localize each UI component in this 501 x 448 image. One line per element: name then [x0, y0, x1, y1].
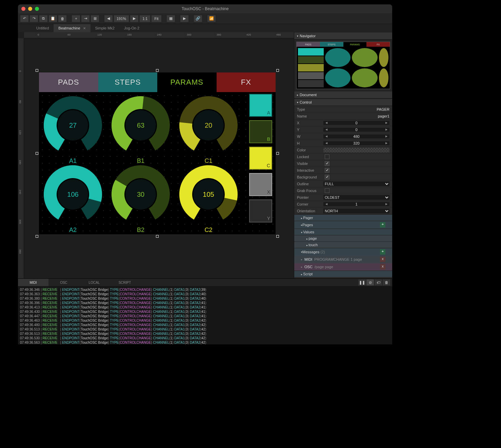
message-osc-row[interactable]: OSC/page pagex: [294, 263, 392, 271]
log-filter-button[interactable]: 🏷: [375, 279, 382, 285]
control-section-header[interactable]: Control: [294, 99, 392, 106]
delete-message-button[interactable]: x: [380, 257, 385, 262]
resize-handle[interactable]: [36, 235, 38, 238]
side-button-c[interactable]: C: [249, 147, 272, 170]
doc-tab-simplemk2[interactable]: Simple Mk2: [91, 24, 119, 32]
redo-button[interactable]: ↷: [29, 15, 38, 22]
link-button[interactable]: 🔗: [194, 15, 202, 22]
delete-message-button[interactable]: x: [380, 264, 385, 270]
resize-handle[interactable]: [156, 69, 159, 72]
prop-orientation[interactable]: OrientationNORTH: [294, 208, 392, 214]
navigator-preview[interactable]: PADS STEPS PARAMS FX: [296, 42, 390, 89]
prop-y[interactable]: Y◀0▶: [294, 126, 392, 133]
prop-background[interactable]: Background✓: [294, 174, 392, 180]
pager-tab-params[interactable]: PARAMS: [157, 72, 217, 92]
log-pause-button[interactable]: ❚❚: [358, 279, 366, 285]
value-touch-row[interactable]: touch: [294, 241, 392, 248]
resize-handle[interactable]: [276, 69, 279, 72]
stepper-inc-icon[interactable]: ▶: [383, 202, 389, 206]
doc-tab-jogon2[interactable]: Jog-On 2: [119, 24, 144, 32]
selection-bounds[interactable]: PADS STEPS PARAMS FX ABCXY 27 A1 63 B1: [37, 70, 278, 236]
stepper-inc-icon[interactable]: ▶: [383, 128, 389, 131]
pointer-select[interactable]: OLDEST: [323, 195, 389, 200]
log-clear-button[interactable]: 🗑: [383, 279, 390, 285]
knob-c1[interactable]: 20 C1: [178, 95, 239, 156]
side-button-y[interactable]: Y: [249, 199, 272, 222]
checkbox[interactable]: [325, 154, 329, 159]
checkbox[interactable]: ✓: [325, 168, 329, 173]
resize-handle[interactable]: [36, 69, 38, 72]
doc-tab-beatmachine[interactable]: Beatmachine✕: [54, 24, 90, 32]
zoom-level[interactable]: 191%: [114, 15, 129, 22]
pager-tab-pads[interactable]: PADS: [39, 72, 98, 92]
stepper-inc-icon[interactable]: ▶: [383, 121, 389, 124]
color-swatch[interactable]: [323, 148, 389, 152]
add-page-button[interactable]: +: [380, 222, 385, 228]
stepper-dec-icon[interactable]: ◀: [323, 121, 329, 124]
add-button[interactable]: ＋: [72, 15, 80, 22]
script-subheader[interactable]: Script: [294, 271, 392, 277]
undo-button[interactable]: ↶: [20, 15, 29, 22]
document-section-header[interactable]: Document: [294, 91, 392, 99]
stepper-dec-icon[interactable]: ◀: [323, 128, 329, 131]
side-button-a[interactable]: A: [249, 94, 272, 117]
minimize-icon[interactable]: [28, 7, 32, 11]
checkbox[interactable]: [325, 188, 329, 193]
value-page-row[interactable]: page: [294, 235, 392, 241]
wifi-button[interactable]: 📶: [207, 15, 216, 22]
checkbox[interactable]: ✓: [325, 175, 329, 179]
navigator-header[interactable]: Navigator: [294, 32, 392, 40]
doc-tab-untitled[interactable]: Untitled: [32, 24, 54, 32]
pages-subheader[interactable]: Pages+: [294, 221, 392, 229]
grid-button[interactable]: ▦: [166, 15, 175, 22]
prop-interactive[interactable]: Interactive✓: [294, 167, 392, 174]
prop-h[interactable]: H◀320▶: [294, 140, 392, 147]
log-tab-midi[interactable]: MIDI: [18, 279, 48, 286]
pager-tab-fx[interactable]: FX: [217, 72, 276, 92]
import-button[interactable]: ⇥: [81, 15, 90, 22]
outline-select[interactable]: FULL: [323, 182, 389, 186]
pager-tab-steps[interactable]: STEPS: [98, 72, 158, 92]
orientation-select[interactable]: NORTH: [323, 209, 389, 213]
knob-a1[interactable]: 27 A1: [42, 95, 103, 156]
play-button[interactable]: ▶: [180, 15, 189, 22]
stepper-dec-icon[interactable]: ◀: [323, 142, 329, 145]
prop-x[interactable]: X◀0▶: [294, 120, 392, 126]
log-tab-osc[interactable]: OSC: [48, 279, 79, 286]
prop-corner[interactable]: Corner◀1▶: [294, 201, 392, 208]
pager-control[interactable]: PADS STEPS PARAMS FX ABCXY 27 A1 63 B1: [39, 72, 276, 234]
resize-handle[interactable]: [276, 235, 279, 238]
prop-locked[interactable]: Locked: [294, 153, 392, 160]
stepper-inc-icon[interactable]: ▶: [383, 135, 389, 138]
message-midi-row[interactable]: MIDIPROGRAMCHANGE 1 pagex: [294, 256, 392, 263]
close-icon[interactable]: [21, 7, 25, 11]
close-tab-icon[interactable]: ✕: [83, 26, 86, 30]
add-message-button[interactable]: +: [380, 249, 385, 255]
knob-b1[interactable]: 63 B1: [110, 95, 171, 156]
zoom-actual-button[interactable]: 1:1: [139, 15, 151, 22]
prop-visible[interactable]: Visible✓: [294, 160, 392, 167]
zoom-out-button[interactable]: ◀: [104, 15, 113, 22]
zoom-fit-button[interactable]: Fit: [151, 15, 161, 22]
log-tab-script[interactable]: SCRIPT: [109, 279, 140, 286]
side-button-x[interactable]: X: [249, 173, 272, 196]
canvas-area[interactable]: PADS STEPS PARAMS FX ABCXY 27 A1 63 B1: [24, 38, 294, 278]
log-body[interactable]: 07:49:36.346 | RECEIVE | ENDPOINT(TouchO…: [18, 286, 392, 344]
delete-button[interactable]: 🗑: [58, 15, 67, 22]
paste-button[interactable]: 📋: [48, 15, 57, 22]
zoom-in-button[interactable]: ▶: [130, 15, 139, 22]
log-tab-local[interactable]: LOCAL: [79, 279, 109, 286]
copy-button[interactable]: ⧉: [39, 15, 48, 22]
stepper-dec-icon[interactable]: ◀: [323, 202, 329, 206]
stepper-inc-icon[interactable]: ▶: [383, 142, 389, 145]
checkbox[interactable]: ✓: [325, 161, 329, 166]
resize-handle[interactable]: [156, 235, 159, 238]
prop-name[interactable]: Namepager1: [294, 113, 392, 120]
prop-grabfocus[interactable]: Grab Focus: [294, 187, 392, 194]
prop-color[interactable]: Color: [294, 147, 392, 153]
maximize-icon[interactable]: [35, 7, 39, 11]
knob-c2[interactable]: 105 C2: [178, 164, 239, 225]
side-button-b[interactable]: B: [249, 120, 272, 143]
knob-b2[interactable]: 30 B2: [110, 164, 171, 225]
log-scroll-button[interactable]: ⊘: [366, 279, 374, 285]
